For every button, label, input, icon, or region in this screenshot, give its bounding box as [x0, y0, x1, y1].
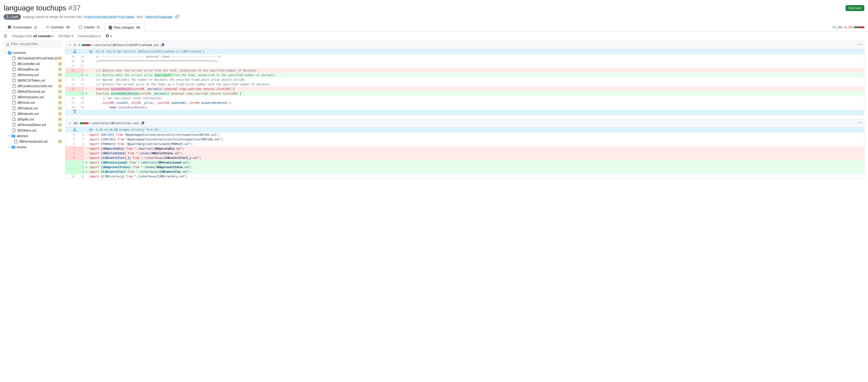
file-path[interactable]: contracts/JBController.sol: [92, 121, 139, 125]
tree-file[interactable]: JBTokens.sol: [4, 128, 62, 133]
tree-file[interactable]: JBController.sol: [4, 61, 62, 67]
draft-badge: Draft: [4, 14, 21, 20]
tree-file[interactable]: JBProjects.sol: [4, 105, 62, 111]
tab-files-changed[interactable]: Files changed 88: [104, 23, 145, 31]
commit-icon: [46, 26, 50, 29]
head-branch[interactable]: feature/language: [144, 15, 174, 19]
diffstat: +4,268 −4,255: [832, 26, 864, 29]
base-branch[interactable]: transition/adjusted-file-names: [83, 15, 136, 19]
filter-files-input[interactable]: [4, 41, 62, 47]
modified-icon: [58, 84, 62, 88]
tree-file[interactable]: JBPermissioned.sol: [4, 139, 62, 144]
expand-down-button[interactable]: [65, 110, 84, 115]
modified-icon: [58, 57, 62, 60]
modified-icon: [58, 68, 62, 71]
kebab-menu-icon[interactable]: [858, 121, 861, 125]
tree-file[interactable]: JBFundAccessLimits.sol: [4, 83, 62, 89]
tree-file[interactable]: JBRulesets.sol: [4, 111, 62, 116]
tree-file[interactable]: JBSplits.sol: [4, 116, 62, 122]
tree-file[interactable]: JBMultiTerminal.sol: [4, 89, 62, 94]
modified-icon: [58, 118, 62, 121]
tab-commits[interactable]: Commits 34: [42, 23, 75, 31]
chevron-down-icon[interactable]: [68, 121, 71, 125]
tree-file[interactable]: JBChainlinkV3PriceFeed.sol: [4, 56, 62, 61]
pr-title: language touchups #37: [4, 4, 81, 12]
author-link[interactable]: mejango: [23, 15, 35, 19]
modified-icon: [58, 62, 62, 65]
tab-checks[interactable]: Checks 0: [75, 23, 104, 31]
modified-icon: [58, 73, 62, 76]
file-filter-dropdown[interactable]: File filter ▾: [58, 34, 73, 38]
expand-up-button[interactable]: [65, 49, 84, 54]
modified-icon: [58, 107, 62, 110]
conversations-dropdown[interactable]: Conversations ▾: [78, 34, 101, 38]
file-diff-icon: [108, 26, 112, 29]
expand-up-button[interactable]: [65, 128, 84, 133]
modified-icon: [58, 112, 62, 115]
modified-icon: [58, 123, 62, 127]
search-icon: [5, 42, 9, 46]
git-pull-request-draft-icon: [6, 15, 10, 19]
file-path[interactable]: contracts/JBChainlinkV3PriceFeed.sol: [94, 43, 159, 47]
copy-icon[interactable]: [161, 43, 164, 47]
tree-file[interactable]: JBPrices.sol: [4, 100, 62, 105]
kebab-menu-icon[interactable]: [858, 43, 861, 47]
chevron-down-icon[interactable]: [68, 43, 71, 47]
unfold-icon[interactable]: [73, 43, 76, 47]
gear-icon: [105, 34, 109, 38]
sidebar-toggle-button[interactable]: [4, 34, 7, 38]
comment-icon: [8, 26, 11, 29]
file-diff: 4 contracts/JBChainlinkV3PriceFeed.sol @…: [65, 41, 864, 115]
tree-file[interactable]: JBERC20Token.sol: [4, 78, 62, 83]
tree-file[interactable]: JBDeadline.sol: [4, 67, 62, 72]
modified-icon: [58, 140, 62, 143]
tree-file[interactable]: JBPermissions.sol: [4, 94, 62, 100]
diff-settings-button[interactable]: ▾: [105, 34, 112, 38]
modified-icon: [58, 79, 62, 82]
modified-icon: [58, 101, 62, 104]
tree-file[interactable]: JBTerminalStore.sol: [4, 122, 62, 128]
checklist-icon: [79, 26, 83, 29]
modified-icon: [58, 129, 62, 132]
tree-folder[interactable]: abstract: [4, 133, 62, 139]
modified-icon: [58, 96, 62, 99]
copy-icon[interactable]: [141, 121, 144, 125]
copy-icon[interactable]: [176, 15, 179, 19]
tab-conversation[interactable]: Conversation 2: [4, 23, 42, 31]
new-issue-button[interactable]: New issue: [845, 5, 864, 11]
tree-file[interactable]: JBDirectory.sol: [4, 72, 62, 78]
tree-folder[interactable]: contracts: [4, 50, 62, 56]
pr-meta: Draft mejango wants to merge 34 commits …: [4, 14, 864, 20]
changes-from-dropdown[interactable]: Changes from all commits ▾: [12, 34, 54, 38]
tree-folder[interactable]: enums: [4, 144, 62, 150]
modified-icon: [58, 90, 62, 93]
file-diff: 401 contracts/JBController.sol @@ -4,48 …: [65, 119, 864, 179]
